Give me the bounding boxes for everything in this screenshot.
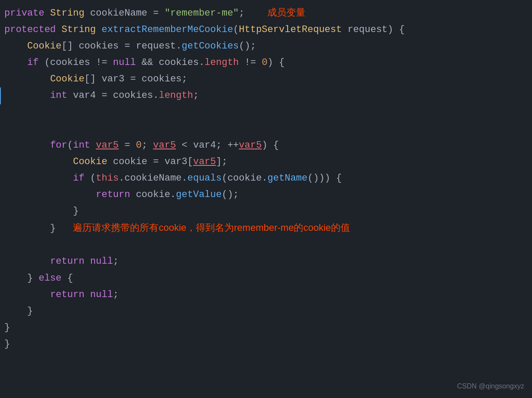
keyword-int-1: int [50, 88, 68, 103]
code-line-1: private String cookieName = "remember-me… [0, 4, 532, 22]
code-line-9: for(int var5 = 0; var5 < var4; ++var5) { [0, 137, 532, 154]
annotation-loop: 遍历请求携带的所有cookie，得到名为remember-me的cookie的值 [73, 220, 350, 235]
keyword-this: this [96, 171, 119, 186]
code-line-12: return cookie.getValue(); [0, 187, 532, 203]
code-line-18: return null; [0, 287, 532, 303]
keyword-for: for [50, 138, 68, 153]
keyword-return-1: return [96, 188, 130, 202]
annotation-member-variable: 成员变量 [267, 5, 305, 20]
code-line-8 [0, 121, 532, 137]
var5-3: var5 [239, 138, 262, 153]
code-line-19: } [0, 303, 532, 320]
keyword-if-2: if [73, 171, 84, 186]
prop-length-1: length [204, 55, 239, 70]
keyword-null-2: null [90, 254, 113, 269]
keyword-null-3: null [90, 288, 113, 302]
code-line-5: Cookie[] var3 = cookies; [0, 71, 532, 87]
num-0: 0 [262, 55, 267, 70]
keyword-return-3: return [50, 288, 84, 302]
var5-1: var5 [96, 138, 119, 153]
keyword-protected: protected [4, 23, 56, 37]
method-getvalue: getValue [176, 188, 222, 202]
num-0-2: 0 [136, 138, 142, 153]
watermark: CSDN @qingsongxyz [457, 381, 524, 392]
method-getcookies: getCookies [182, 39, 239, 54]
var5-4: var5 [193, 155, 216, 169]
code-line-6: int var4 = cookies.length; [0, 87, 532, 104]
type-string-1: String [50, 6, 84, 21]
type-cookie-3: Cookie [73, 155, 107, 169]
keyword-return-2: return [50, 254, 84, 269]
code-line-13: } [0, 203, 532, 220]
code-line-21: } [0, 336, 532, 353]
code-line-4: if (cookies != null && cookies.length !=… [0, 55, 532, 71]
code-line-11: if (this.cookieName.equals(cookie.getNam… [0, 170, 532, 187]
keyword-private: private [4, 6, 44, 21]
string-remember-me: "remember-me" [165, 6, 239, 21]
code-line-3: Cookie[] cookies = request.getCookies(); [0, 38, 532, 55]
type-cookie-1: Cookie [27, 39, 62, 54]
type-cookie-2: Cookie [50, 72, 84, 87]
keyword-null-1: null [113, 55, 136, 70]
code-line-16: return null; [0, 253, 532, 270]
code-line-20: } [0, 320, 532, 336]
code-line-10: Cookie cookie = var3[var5]; [0, 154, 532, 170]
var5-2: var5 [153, 138, 176, 153]
code-line-2: protected String extractRememberMeCookie… [0, 22, 532, 38]
keyword-int-2: int [73, 138, 90, 153]
code-line-17: } else { [0, 270, 532, 287]
code-line-7 [0, 104, 532, 121]
code-line-14: } 遍历请求携带的所有cookie，得到名为remember-me的cookie… [0, 220, 532, 237]
keyword-else: else [39, 271, 62, 286]
code-container: private String cookieName = "remember-me… [0, 0, 532, 398]
method-getname: getName [267, 171, 307, 186]
keyword-if-1: if [27, 55, 39, 70]
type-httpservletrequest: HttpServletRequest [239, 23, 342, 37]
method-equals: equals [188, 171, 222, 186]
type-string-2: String [62, 23, 96, 37]
prop-length-2: length [159, 88, 193, 103]
code-line-15 [0, 237, 532, 253]
method-extract: extractRememberMeCookie [101, 23, 233, 37]
